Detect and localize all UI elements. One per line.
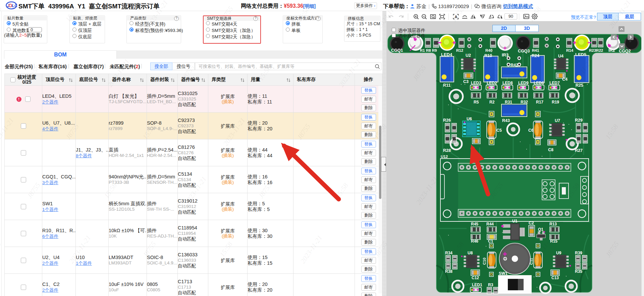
svg-text:C2: C2: [529, 221, 534, 225]
svg-text:R14: R14: [566, 48, 574, 52]
svg-text:LED7: LED7: [549, 81, 560, 85]
svg-text:U12: U12: [441, 155, 448, 159]
svg-text:C6: C6: [528, 128, 534, 133]
svg-text:SW1: SW1: [499, 271, 507, 276]
svg-text:U9: U9: [556, 251, 561, 255]
svg-text:R38: R38: [445, 269, 452, 274]
svg-text:R39: R39: [575, 251, 582, 255]
svg-text:LED8: LED8: [502, 81, 513, 85]
svg-text:U1: U1: [512, 219, 518, 223]
svg-text:R3: R3: [488, 283, 493, 287]
svg-text:R2: R2: [489, 100, 495, 104]
svg-text:CGQ1: CGQ1: [391, 48, 403, 53]
svg-text:R34: R34: [445, 251, 452, 255]
svg-text:R13: R13: [549, 222, 557, 226]
svg-text:R42: R42: [511, 63, 518, 68]
svg-text:LC: LC: [12, 3, 17, 8]
svg-text:R11: R11: [443, 83, 450, 88]
svg-text:C13: C13: [551, 276, 559, 280]
svg-text:R32: R32: [521, 100, 528, 104]
svg-text:R44: R44: [486, 222, 494, 226]
svg-text:R40: R40: [485, 48, 492, 52]
svg-text:R35: R35: [575, 269, 582, 274]
svg-text:R28: R28: [443, 148, 451, 153]
svg-text:R24: R24: [532, 53, 539, 58]
svg-text:R15: R15: [550, 239, 557, 244]
svg-text:R17: R17: [536, 100, 543, 104]
svg-text:U2: U2: [466, 53, 471, 58]
svg-text:R25: R25: [576, 83, 583, 88]
svg-text:R31: R31: [505, 100, 512, 104]
svg-text:A: A: [454, 15, 457, 19]
svg-text:R29: R29: [575, 118, 583, 123]
svg-text:R41: R41: [532, 48, 539, 52]
svg-text:LED6: LED6: [534, 81, 544, 85]
svg-text:CGQ2: CGQ2: [619, 49, 631, 53]
svg-text:R23R22: R23R22: [589, 48, 603, 52]
svg-text:R26: R26: [443, 118, 451, 123]
svg-text:R27: R27: [575, 148, 583, 153]
svg-text:R46: R46: [471, 239, 478, 244]
svg-text:R12: R12: [456, 48, 463, 52]
svg-text:C11: C11: [529, 258, 533, 265]
svg-text:J: J: [7, 3, 10, 8]
svg-text:LED1: LED1: [472, 283, 482, 287]
svg-text:R1 R8 R9: R1 R8 R9: [420, 48, 437, 52]
svg-text:R43: R43: [502, 118, 510, 123]
svg-text:LED9: LED9: [518, 81, 529, 85]
svg-text:LED2: LED2: [487, 81, 497, 85]
svg-text:U8: U8: [468, 251, 473, 255]
svg-text:LED3: LED3: [471, 81, 481, 85]
svg-text:CGQ3: CGQ3: [518, 49, 530, 53]
svg-text:C1: C1: [488, 239, 493, 244]
svg-text:R45: R45: [471, 222, 478, 226]
svg-text:R10: R10: [484, 53, 492, 58]
svg-text:U7: U7: [555, 118, 560, 123]
svg-text:IR2: IR2: [608, 48, 615, 53]
svg-text:U6: U6: [467, 117, 472, 121]
svg-text:C8: C8: [548, 147, 553, 152]
svg-text:R5: R5: [474, 100, 479, 104]
svg-text:R19: R19: [552, 100, 559, 104]
svg-text:Q1: Q1: [538, 227, 543, 232]
svg-text:C10: C10: [482, 258, 486, 265]
svg-text:U4: U4: [558, 54, 564, 58]
svg-text:C5: C5: [496, 128, 502, 133]
svg-text:C4: C4: [562, 77, 568, 82]
svg-text:C12: C12: [472, 276, 479, 280]
svg-text:C3: C3: [463, 79, 469, 84]
